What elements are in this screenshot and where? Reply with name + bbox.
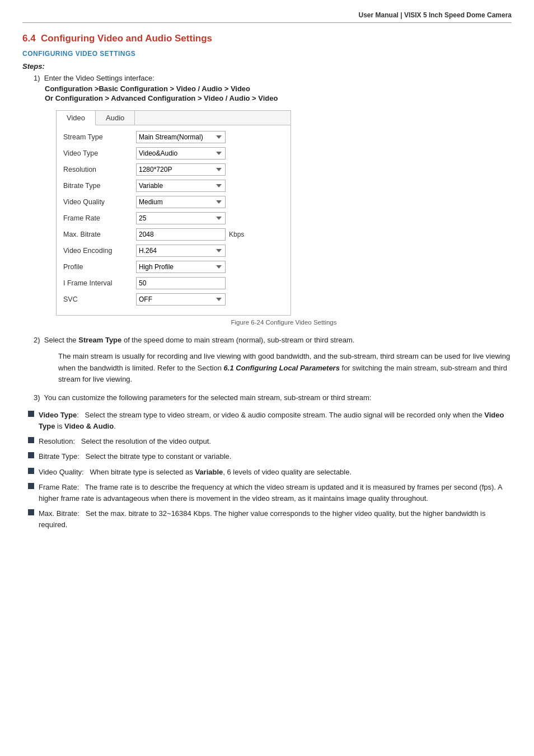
step2-bold1: Stream Type (78, 336, 121, 344)
steps-label: Steps: (22, 62, 512, 71)
step1-path2-prefix: Or (45, 94, 55, 102)
step1-path2-bold: Configuration > Advanced Configuration >… (55, 94, 278, 102)
video-encoding-select[interactable]: H.264 (136, 245, 226, 257)
figure-caption: Figure 6-24 Configure Video Settings (56, 319, 512, 326)
step3-text: 3) You can customize the following param… (34, 392, 512, 404)
stream-type-select[interactable]: Main Stream(Normal) (136, 131, 226, 143)
step-3: 3) You can customize the following param… (34, 392, 512, 404)
frame-rate-row: Frame Rate 25 (63, 212, 284, 224)
video-encoding-control: H.264 (136, 245, 284, 257)
i-frame-interval-label: I Frame Interval (63, 279, 136, 287)
max-bitrate-control: Kbps (136, 228, 284, 241)
i-frame-interval-input[interactable] (136, 277, 226, 289)
bullet-video-type: Video Type: Select the stream type to vi… (22, 410, 512, 432)
video-encoding-row: Video Encoding H.264 (63, 245, 284, 257)
header-bold: | VISIX 5 Inch Speed Dome Camera (400, 11, 512, 19)
form-fields: Stream Type Main Stream(Normal) Video Ty… (57, 125, 291, 315)
bitrate-type-label: Bitrate Type (63, 182, 136, 190)
bitrate-type-control: Variable (136, 180, 284, 192)
section-number: 6.4 (22, 33, 36, 44)
bullet-frame-rate: Frame Rate: The frame rate is to describ… (22, 482, 512, 504)
max-bitrate-input[interactable] (136, 228, 226, 241)
step2-italic-bold: 6.1 Configuring Local Parameters (224, 364, 340, 372)
step-1: 1) Enter the Video Settings interface: C… (34, 74, 512, 326)
frame-rate-control: 25 (136, 212, 284, 224)
video-type-row: Video Type Video&Audio (63, 147, 284, 159)
bullet-icon (28, 452, 34, 458)
profile-label: Profile (63, 263, 136, 271)
page-header: User Manual | VISIX 5 Inch Speed Dome Ca… (22, 11, 512, 23)
bullet-icon (28, 411, 34, 417)
step-2: 2) Select the Stream Type of the speed d… (34, 335, 512, 386)
profile-control: High Profile (136, 261, 284, 273)
video-type-label: Video Type (63, 149, 136, 157)
section-title-text: Configuring Video and Audio Settings (41, 33, 212, 44)
max-bitrate-unit: Kbps (229, 231, 244, 238)
bullet-video-quality: Video Quality: When bitrate type is sele… (22, 467, 512, 478)
svc-row: SVC OFF (63, 293, 284, 306)
step1-intro: 1) Enter the Video Settings interface: (34, 74, 512, 82)
subsection-title: CONFIGURING VIDEO SETTINGS (22, 50, 512, 58)
bullet-icon (28, 468, 34, 474)
bullet-icon (28, 437, 34, 443)
frame-rate-select[interactable]: 25 (136, 212, 226, 224)
video-quality-select[interactable]: Medium (136, 196, 226, 208)
max-bitrate-row: Max. Bitrate Kbps (63, 228, 284, 241)
step1-path1: Configuration >Basic Configuration > Vid… (45, 84, 512, 93)
i-frame-interval-control (136, 277, 284, 289)
video-type-select[interactable]: Video&Audio (136, 147, 226, 159)
resolution-label: Resolution (63, 166, 136, 173)
svc-control: OFF (136, 293, 284, 306)
bullet-icon (28, 509, 34, 515)
bullet-video-type-bold: Video Type (39, 411, 77, 419)
video-quality-row: Video Quality Medium (63, 196, 284, 208)
bullet-icon (28, 483, 34, 489)
section-title: 6.4 Configuring Video and Audio Settings (22, 33, 512, 44)
frame-rate-label: Frame Rate (63, 214, 136, 222)
bullet-resolution: Resolution: Select the resolution of the… (22, 436, 512, 447)
profile-row: Profile High Profile (63, 261, 284, 273)
svc-select[interactable]: OFF (136, 293, 226, 306)
bullet-bitrate-type: Bitrate Type: Select the bitrate type to… (22, 451, 512, 462)
bitrate-type-select[interactable]: Variable (136, 180, 226, 192)
stream-type-label: Stream Type (63, 133, 136, 141)
tab-bar: Video Audio (57, 111, 291, 125)
bullet-list: Video Type: Select the stream type to vi… (22, 410, 512, 530)
header-text: User Manual (359, 11, 401, 19)
resolution-select[interactable]: 1280*720P (136, 163, 226, 176)
i-frame-interval-row: I Frame Interval (63, 277, 284, 289)
svc-label: SVC (63, 295, 136, 303)
tab-video[interactable]: Video (57, 111, 96, 125)
step2-para: The main stream is usually for recording… (58, 351, 512, 386)
max-bitrate-label: Max. Bitrate (63, 231, 136, 238)
step1-path2: Or Configuration > Advanced Configuratio… (45, 94, 512, 102)
video-quality-label: Video Quality (63, 198, 136, 206)
profile-select[interactable]: High Profile (136, 261, 226, 273)
step2-text: 2) Select the Stream Type of the speed d… (34, 335, 512, 346)
stream-type-row: Stream Type Main Stream(Normal) (63, 131, 284, 143)
video-encoding-label: Video Encoding (63, 247, 136, 255)
bitrate-type-row: Bitrate Type Variable (63, 180, 284, 192)
video-form: Video Audio Stream Type Main Stream(Norm… (56, 110, 291, 316)
video-quality-control: Medium (136, 196, 284, 208)
stream-type-control: Main Stream(Normal) (136, 131, 284, 143)
resolution-control: 1280*720P (136, 163, 284, 176)
bullet-max-bitrate: Max. Bitrate: Set the max. bitrate to 32… (22, 508, 512, 530)
tab-audio[interactable]: Audio (96, 111, 135, 125)
resolution-row: Resolution 1280*720P (63, 163, 284, 176)
video-type-control: Video&Audio (136, 147, 284, 159)
